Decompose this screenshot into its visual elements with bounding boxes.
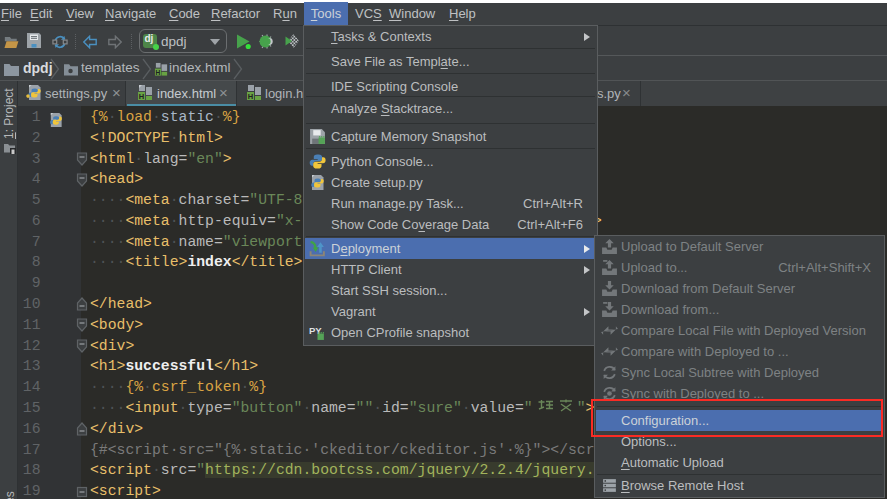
svg-text:H: H xyxy=(156,69,161,76)
svg-text:H: H xyxy=(139,92,144,101)
svg-text:H: H xyxy=(248,92,253,101)
